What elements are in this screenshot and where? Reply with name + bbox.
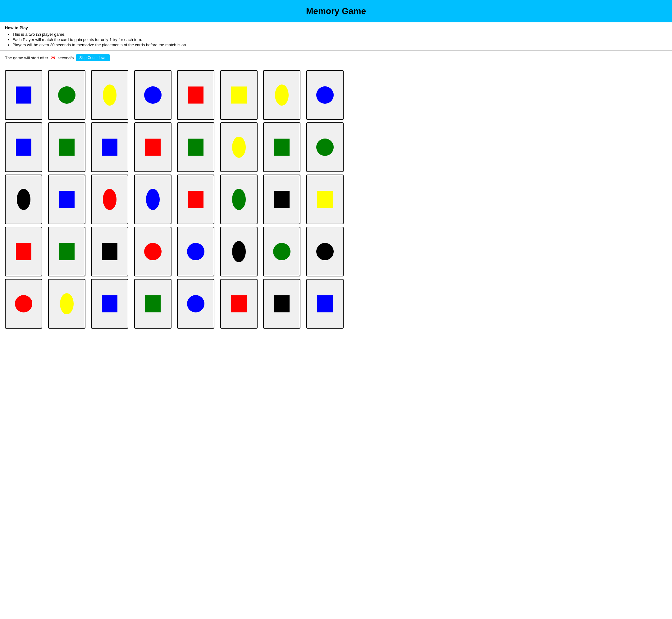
svg-point-28 <box>187 243 204 260</box>
card-shape-19 <box>140 184 165 215</box>
card-14[interactable] <box>263 122 300 172</box>
card-38[interactable] <box>263 279 300 329</box>
card-5[interactable] <box>220 70 258 120</box>
card-shape-33 <box>54 288 79 319</box>
card-21[interactable] <box>220 175 258 224</box>
svg-rect-8 <box>16 139 31 156</box>
countdown-text-before: The game will start after <box>5 56 48 60</box>
svg-point-30 <box>273 243 290 260</box>
card-shape-35 <box>140 288 165 319</box>
card-4[interactable] <box>177 70 214 120</box>
svg-point-2 <box>103 84 117 106</box>
card-shape-39 <box>313 288 337 319</box>
card-31[interactable] <box>306 227 344 276</box>
svg-point-36 <box>187 295 204 313</box>
card-25[interactable] <box>48 227 85 276</box>
card-shape-38 <box>269 288 294 319</box>
card-19[interactable] <box>134 175 172 224</box>
card-37[interactable] <box>220 279 258 329</box>
card-36[interactable] <box>177 279 214 329</box>
card-16[interactable] <box>5 175 42 224</box>
svg-point-31 <box>316 243 334 260</box>
card-33[interactable] <box>48 279 85 329</box>
card-28[interactable] <box>177 227 214 276</box>
card-grid <box>5 70 347 329</box>
card-shape-36 <box>183 288 208 319</box>
svg-rect-25 <box>59 243 75 260</box>
card-29[interactable] <box>220 227 258 276</box>
card-15[interactable] <box>306 122 344 172</box>
card-30[interactable] <box>263 227 300 276</box>
svg-point-32 <box>15 295 32 313</box>
card-shape-0 <box>11 79 36 111</box>
card-35[interactable] <box>134 279 172 329</box>
svg-rect-38 <box>274 295 289 313</box>
card-26[interactable] <box>91 227 128 276</box>
svg-rect-4 <box>188 87 203 104</box>
card-shape-4 <box>183 79 208 111</box>
card-shape-15 <box>313 132 337 163</box>
card-shape-7 <box>313 79 337 111</box>
card-9[interactable] <box>48 122 85 172</box>
card-shape-27 <box>140 236 165 267</box>
svg-rect-14 <box>274 139 289 156</box>
svg-point-15 <box>316 139 334 156</box>
card-10[interactable] <box>91 122 128 172</box>
card-0[interactable] <box>5 70 42 120</box>
card-shape-8 <box>11 132 36 163</box>
card-shape-14 <box>269 132 294 163</box>
svg-rect-39 <box>317 295 333 313</box>
svg-point-6 <box>275 84 289 106</box>
card-3[interactable] <box>134 70 172 120</box>
card-shape-16 <box>11 184 36 215</box>
how-to-play-section: How to Play This is a two (2) player gam… <box>0 22 672 51</box>
card-12[interactable] <box>177 122 214 172</box>
countdown-text-after: second/s <box>58 56 74 60</box>
card-6[interactable] <box>263 70 300 120</box>
card-8[interactable] <box>5 122 42 172</box>
card-24[interactable] <box>5 227 42 276</box>
card-shape-26 <box>97 236 122 267</box>
card-34[interactable] <box>91 279 128 329</box>
card-shape-20 <box>183 184 208 215</box>
card-shape-3 <box>140 79 165 111</box>
card-22[interactable] <box>263 175 300 224</box>
svg-point-33 <box>60 293 74 314</box>
svg-point-29 <box>232 241 246 262</box>
card-shape-13 <box>226 132 251 163</box>
card-2[interactable] <box>91 70 128 120</box>
card-shape-30 <box>269 236 294 267</box>
card-27[interactable] <box>134 227 172 276</box>
card-shape-6 <box>269 79 294 111</box>
card-shape-32 <box>11 288 36 319</box>
card-shape-17 <box>54 184 79 215</box>
countdown-number: 29 <box>51 56 55 60</box>
card-shape-29 <box>226 236 251 267</box>
card-20[interactable] <box>177 175 214 224</box>
rules-list: This is a two (2) player game. Each Play… <box>5 32 667 47</box>
card-shape-10 <box>97 132 122 163</box>
card-32[interactable] <box>5 279 42 329</box>
svg-point-3 <box>144 86 161 104</box>
card-11[interactable] <box>134 122 172 172</box>
card-23[interactable] <box>306 175 344 224</box>
card-shape-18 <box>97 184 122 215</box>
card-18[interactable] <box>91 175 128 224</box>
card-7[interactable] <box>306 70 344 120</box>
card-shape-25 <box>54 236 79 267</box>
card-shape-23 <box>313 184 337 215</box>
rule-1: This is a two (2) player game. <box>12 32 667 37</box>
card-13[interactable] <box>220 122 258 172</box>
rule-3: Players will be given 30 seconds to memo… <box>12 43 667 47</box>
page-header: Memory Game <box>0 0 672 22</box>
countdown-bar: The game will start after 29 second/s Sk… <box>0 51 672 65</box>
card-39[interactable] <box>306 279 344 329</box>
svg-rect-34 <box>102 295 118 313</box>
svg-point-16 <box>17 189 30 210</box>
card-shape-1 <box>54 79 79 111</box>
card-1[interactable] <box>48 70 85 120</box>
card-shape-5 <box>226 79 251 111</box>
card-17[interactable] <box>48 175 85 224</box>
svg-point-7 <box>316 86 334 104</box>
skip-countdown-button[interactable]: Skip Countdown <box>76 54 109 61</box>
